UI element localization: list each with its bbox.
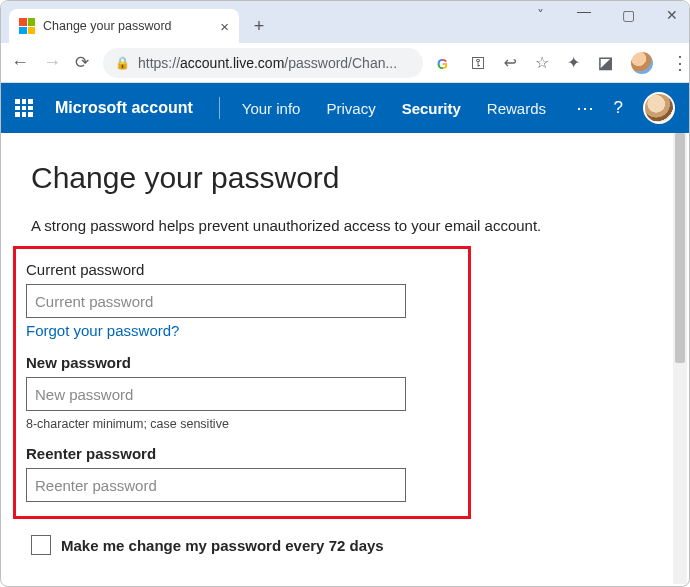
window-chevron-icon[interactable]: ˅ xyxy=(531,7,549,23)
window-close-icon[interactable]: ✕ xyxy=(663,7,681,23)
browser-toolbar: ← → ⟳ 🔒 https://account.live.com/passwor… xyxy=(1,43,689,83)
nav-more-button[interactable]: ⋯ xyxy=(576,97,594,119)
periodic-change-row: Make me change my password every 72 days xyxy=(31,535,659,555)
side-panel-icon[interactable]: ◪ xyxy=(598,53,613,72)
scrollbar[interactable] xyxy=(673,133,687,584)
window-controls: ˅ — ▢ ✕ xyxy=(531,7,681,23)
scrollbar-thumb[interactable] xyxy=(675,133,685,363)
app-launcher-icon[interactable] xyxy=(15,99,33,117)
share-icon[interactable]: ↪ xyxy=(504,53,517,72)
periodic-change-label: Make me change my password every 72 days xyxy=(61,537,384,554)
tab-close-icon[interactable]: × xyxy=(220,18,229,35)
new-password-input[interactable] xyxy=(26,377,406,411)
nav-forward-button: → xyxy=(43,52,61,73)
current-password-input[interactable] xyxy=(26,284,406,318)
google-icon[interactable] xyxy=(437,55,453,71)
profile-avatar[interactable] xyxy=(631,52,653,74)
url-text: https://account.live.com/password/Chan..… xyxy=(138,55,397,71)
chrome-menu-icon[interactable]: ⋮ xyxy=(671,52,689,74)
nav-links: Your info Privacy Security Rewards xyxy=(242,100,546,117)
current-password-label: Current password xyxy=(26,261,458,278)
window-maximize-icon[interactable]: ▢ xyxy=(619,7,637,23)
toolbar-right-icons: ⚿ ↪ ☆ ✦ ◪ ⋮ xyxy=(437,52,689,74)
forgot-password-link[interactable]: Forgot your password? xyxy=(26,322,179,339)
new-password-hint: 8-character minimum; case sensitive xyxy=(26,417,458,431)
new-tab-button[interactable]: + xyxy=(245,12,273,40)
nav-link-your-info[interactable]: Your info xyxy=(242,100,301,117)
key-icon[interactable]: ⚿ xyxy=(471,54,486,71)
page-heading: Change your password xyxy=(31,161,659,195)
browser-tab-active[interactable]: Change your password × xyxy=(9,9,239,43)
tab-title: Change your password xyxy=(43,19,212,33)
microsoft-top-nav: Microsoft account Your info Privacy Secu… xyxy=(1,83,689,133)
new-password-label: New password xyxy=(26,354,458,371)
nav-link-privacy[interactable]: Privacy xyxy=(326,100,375,117)
reenter-password-input[interactable] xyxy=(26,468,406,502)
page-description: A strong password helps prevent unauthor… xyxy=(31,217,659,234)
nav-link-security[interactable]: Security xyxy=(402,100,461,117)
reenter-password-label: Reenter password xyxy=(26,445,458,462)
lock-icon: 🔒 xyxy=(115,56,130,70)
periodic-change-checkbox[interactable] xyxy=(31,535,51,555)
nav-divider xyxy=(219,97,220,119)
account-avatar[interactable] xyxy=(643,92,675,124)
microsoft-favicon-icon xyxy=(19,18,35,34)
nav-back-button[interactable]: ← xyxy=(11,52,29,73)
extensions-puzzle-icon[interactable]: ✦ xyxy=(567,53,580,72)
brand-home-link[interactable]: Microsoft account xyxy=(55,99,193,117)
highlight-box: Current password Forgot your password? N… xyxy=(13,246,471,519)
nav-link-rewards[interactable]: Rewards xyxy=(487,100,546,117)
page-content: Change your password A strong password h… xyxy=(1,133,689,587)
nav-help-button[interactable]: ? xyxy=(614,98,623,118)
address-bar[interactable]: 🔒 https://account.live.com/password/Chan… xyxy=(103,48,423,78)
nav-reload-button[interactable]: ⟳ xyxy=(75,52,89,73)
window-minimize-icon[interactable]: — xyxy=(575,3,593,19)
bookmark-star-icon[interactable]: ☆ xyxy=(535,53,549,72)
